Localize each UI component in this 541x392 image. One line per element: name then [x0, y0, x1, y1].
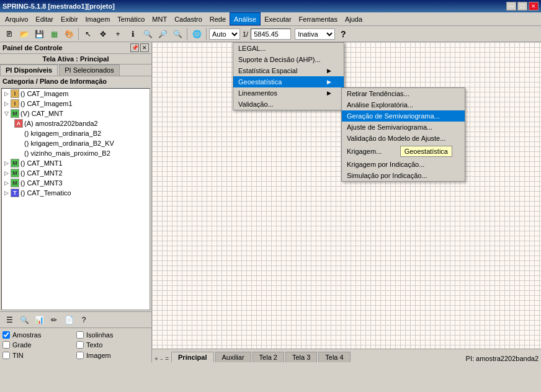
zoom-value[interactable]	[251, 29, 291, 40]
menu-aj-semi[interactable]: Ajuste de Semivariograma...	[342, 122, 465, 133]
pb-help[interactable]: ?	[77, 314, 91, 326]
menu-validacao[interactable]: Validação...	[233, 99, 344, 110]
tb-zoom-in[interactable]: 🔎	[156, 27, 169, 41]
tree-item-amostra[interactable]: A (A) amostra2202banda2	[2, 118, 150, 128]
menu-tematico[interactable]: Temático	[114, 12, 148, 25]
menu-suporte[interactable]: Suporte à Decisão (AHP)...	[233, 54, 344, 65]
expand-icon-mnt[interactable]: ▽	[4, 110, 11, 117]
menu-sim-ind[interactable]: Simulação por Indicação...	[342, 170, 465, 181]
canvas-tab-tela2[interactable]: Tela 2	[253, 352, 284, 362]
cb-texto-input[interactable]	[76, 341, 84, 349]
menu-val-modelo[interactable]: Validação do Modelo de Ajuste...	[342, 133, 465, 144]
maximize-button[interactable]: □	[517, 2, 527, 11]
arrow-geo: ▶	[327, 79, 331, 85]
canvas-tab-principal[interactable]: Principal	[171, 352, 213, 362]
menu-ajuda[interactable]: Ajuda	[341, 12, 366, 25]
tb-zoom-out[interactable]: 🔍	[171, 27, 184, 41]
tb-globe[interactable]: 🌐	[190, 27, 203, 41]
tb-save[interactable]: 💾	[32, 27, 46, 41]
menu-krig[interactable]: Krigagem... Geoestatística	[342, 144, 465, 159]
pb-doc[interactable]: 📄	[62, 314, 76, 326]
tree-item-tematico[interactable]: ▷ T () CAT_Tematico	[2, 188, 150, 198]
tree-item-cat-imagem1[interactable]: ▷ I () CAT_Imagem1	[2, 99, 150, 109]
menu-gen-semi[interactable]: Geração de Semivariograma...	[342, 110, 465, 122]
help-button[interactable]: ?	[336, 27, 350, 41]
cb-imagem[interactable]: Imagem	[76, 351, 149, 360]
menu-analise[interactable]: Análise	[230, 12, 261, 25]
tb-open[interactable]: 📂	[17, 27, 31, 41]
cb-grade-input[interactable]	[2, 341, 10, 349]
tb-new[interactable]: 🖹	[2, 27, 16, 41]
nav-minus[interactable]: -	[161, 355, 163, 362]
toolbar: 🖹 📂 💾 ▦ 🎨 ↖ ✥ + ℹ 🔍 🔎 🔍 🌐 Auto 1/ Inativ…	[0, 26, 541, 42]
canvas-tab-tela4[interactable]: Tela 4	[318, 352, 350, 362]
menu-retirar[interactable]: Retirar Tendências...	[342, 88, 465, 99]
menu-exibir[interactable]: Exibir	[57, 12, 82, 25]
cb-isolinhas-input[interactable]	[76, 331, 84, 339]
tb-color[interactable]: 🎨	[62, 27, 76, 41]
close-button[interactable]: ✕	[529, 2, 539, 11]
expand-icon-mnt2[interactable]: ▷	[4, 170, 11, 176]
tree-view[interactable]: ▷ I () CAT_Imagem ▷ I () CAT_Imagem1 ▽ M…	[1, 88, 150, 310]
canvas-tab-auxiliar[interactable]: Auxiliar	[215, 352, 251, 362]
tab-selecionados[interactable]: PI Selecionados	[59, 65, 120, 76]
menu-estatistica[interactable]: Estatística Espacial ▶	[233, 65, 344, 76]
menu-krig-ind[interactable]: Krigagem por Indicação...	[342, 159, 465, 170]
tab-disponiveis[interactable]: PI Disponíveis	[0, 65, 58, 76]
menu-cadastro[interactable]: Cadastro	[171, 12, 206, 25]
tree-item-krig-b2[interactable]: () krigagem_ordinaria_B2	[2, 128, 150, 138]
cb-texto[interactable]: Texto	[76, 341, 149, 349]
zoom-select[interactable]: Auto	[209, 29, 240, 40]
tb-cursor[interactable]: ↖	[81, 27, 95, 41]
pb-list[interactable]: ☰	[2, 314, 16, 326]
expand-icon[interactable]: ▷	[4, 91, 11, 97]
pb-search[interactable]: 🔍	[17, 314, 31, 326]
menu-mnt[interactable]: MNT	[148, 12, 171, 25]
expand-icon-t[interactable]: ▷	[4, 190, 11, 196]
menu-exploratoria[interactable]: Análise Exploratória...	[342, 99, 465, 110]
nav-eq[interactable]: =	[165, 355, 169, 362]
menu-editar[interactable]: Editar	[32, 12, 57, 25]
menu-rede[interactable]: Rede	[206, 12, 230, 25]
tree-item-mnt1[interactable]: ▷ M () CAT_MNT1	[2, 158, 150, 168]
nav-plus[interactable]: +	[154, 355, 158, 362]
pb-edit[interactable]: ✏	[47, 314, 61, 326]
tree-item-mnt3[interactable]: ▷ M () CAT_MNT3	[2, 178, 150, 188]
tree-item-krig-kv[interactable]: () krigagem_ordinaria_B2_KV	[2, 138, 150, 148]
menu-geoestatistica[interactable]: Geoestatística ▶	[233, 76, 344, 87]
expand-icon-mnt3[interactable]: ▷	[4, 180, 11, 186]
menu-legal[interactable]: LEGAL...	[233, 43, 344, 54]
pb-chart[interactable]: 📊	[32, 314, 46, 326]
tree-item-cat-imagem[interactable]: ▷ I () CAT_Imagem	[2, 89, 150, 99]
menu-arquivo[interactable]: Arquivo	[1, 12, 32, 25]
menu-imagem[interactable]: Imagem	[82, 12, 114, 25]
panel-pin[interactable]: 📌	[130, 43, 139, 52]
expand-icon-mnt1[interactable]: ▷	[4, 160, 11, 166]
cb-grade[interactable]: Grade	[2, 341, 75, 349]
cb-tin[interactable]: TIN	[2, 351, 75, 360]
menu-executar[interactable]: Executar	[261, 12, 295, 25]
menu-lineamentos[interactable]: Lineamentos ▶	[233, 87, 344, 99]
expand-icon[interactable]: ▷	[4, 100, 11, 107]
layer-checkboxes: Amostras Isolinhas Grade Texto TIN Image…	[0, 327, 151, 362]
tb-grid[interactable]: ▦	[47, 27, 61, 41]
cb-amostras-input[interactable]	[2, 331, 10, 339]
tree-item-mnt2[interactable]: ▷ M () CAT_MNT2	[2, 168, 150, 178]
menu-ferramentas[interactable]: Ferramentas	[295, 12, 341, 25]
cb-isolinhas[interactable]: Isolinhas	[76, 331, 149, 339]
canvas-tab-tela3[interactable]: Tela 3	[285, 352, 317, 362]
tree-item-cat-mnt[interactable]: ▽ M (V) CAT_MNT	[2, 109, 150, 118]
category-header: Categoria / Plano de Informação	[0, 76, 151, 87]
tb-search[interactable]: 🔍	[141, 27, 154, 41]
map-canvas[interactable]: LEGAL... Suporte à Decisão (AHP)... Esta…	[152, 42, 541, 349]
minimize-button[interactable]: —	[506, 2, 516, 11]
panel-close[interactable]: ✕	[140, 43, 149, 52]
tb-plus[interactable]: +	[111, 27, 125, 41]
tree-item-vizinho[interactable]: () vizinho_mais_proximo_B2	[2, 148, 150, 158]
status-select[interactable]: Inativa	[295, 29, 335, 40]
tb-move[interactable]: ✥	[96, 27, 110, 41]
cb-imagem-input[interactable]	[76, 352, 84, 359]
cb-amostras[interactable]: Amostras	[2, 331, 75, 339]
cb-tin-input[interactable]	[2, 352, 10, 359]
tb-info[interactable]: ℹ	[126, 27, 140, 41]
